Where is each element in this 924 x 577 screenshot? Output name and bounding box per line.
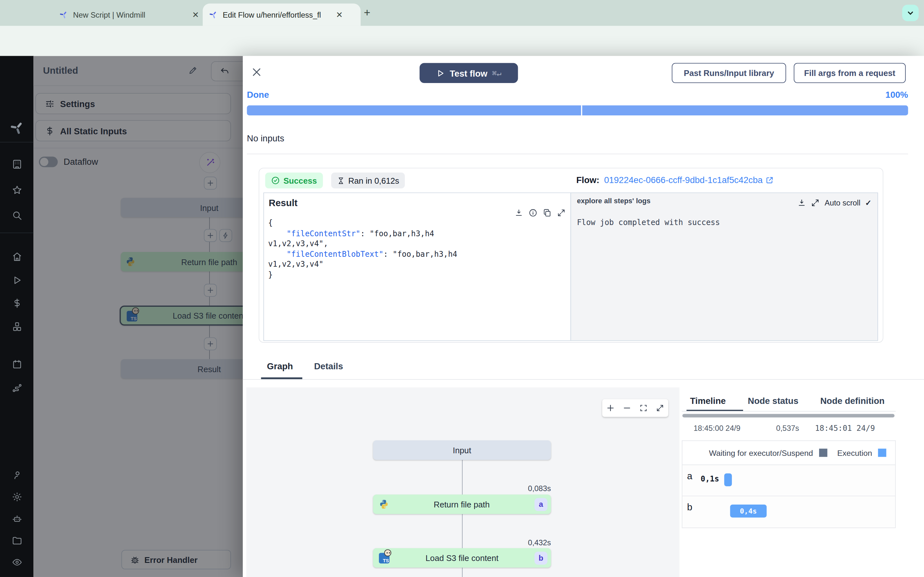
total-duration: 0,537s xyxy=(776,424,799,433)
browser-tab-strip: New Script | Windmill ✕ Edit Flow u/henr… xyxy=(0,0,924,26)
test-flow-drawer: Test flow ⌘↵ Past Runs/Input library Fil… xyxy=(243,56,924,577)
fill-args-button[interactable]: Fill args from a request xyxy=(794,63,906,83)
logs-pane: explore all steps' logs Auto scroll ✓ Fl… xyxy=(570,193,877,340)
result-toolbar xyxy=(514,208,565,218)
json-value: v1,v2,v3,v4" xyxy=(268,259,324,269)
tab-close-icon[interactable]: ✕ xyxy=(336,10,343,19)
section-divider xyxy=(247,153,908,154)
graph-node-input[interactable]: Input xyxy=(373,440,551,460)
sidebar-item-home[interactable] xyxy=(0,247,34,267)
play-icon xyxy=(436,69,445,77)
run-status-label: Done xyxy=(247,89,269,99)
windmill-favicon-icon xyxy=(59,10,68,19)
canvas-zoom-toolbar xyxy=(602,399,668,417)
progress-step-divider xyxy=(581,105,582,115)
test-flow-button[interactable]: Test flow ⌘↵ xyxy=(420,63,518,83)
timeline-legend: Waiting for executor/Suspend Execution xyxy=(682,441,895,465)
copy-icon[interactable] xyxy=(543,208,552,218)
active-tab-underline xyxy=(687,409,743,411)
chevron-down-icon xyxy=(906,9,915,17)
logs-header: explore all steps' logs xyxy=(577,197,650,205)
info-icon[interactable] xyxy=(529,208,538,218)
search-icon[interactable] xyxy=(0,205,34,226)
row-duration: 0,1s xyxy=(701,474,719,484)
sidebar-item-schedules[interactable] xyxy=(0,355,34,374)
past-runs-button[interactable]: Past Runs/Input library xyxy=(672,63,786,83)
auto-scroll-checkbox[interactable]: ✓ xyxy=(865,198,871,207)
check-circle-icon xyxy=(271,176,280,185)
zoom-out-icon[interactable] xyxy=(623,404,631,412)
tab-node-status[interactable]: Node status xyxy=(748,396,798,406)
sidebar-item-apps[interactable] xyxy=(0,154,34,174)
tab-details[interactable]: Details xyxy=(314,361,343,371)
node-label: Load S3 file content xyxy=(389,553,535,562)
sidebar-item-resources[interactable] xyxy=(0,317,34,337)
expand-icon[interactable] xyxy=(557,208,566,218)
flow-id-link[interactable]: 019224ec-0666-ccff-9dbd-1c1af5c42cba xyxy=(604,175,774,185)
gear-icon[interactable] xyxy=(0,487,34,507)
expand-icon[interactable] xyxy=(811,198,820,207)
fill-args-label: Fill args from a request xyxy=(804,68,895,77)
folder-icon[interactable] xyxy=(0,530,34,550)
tabs-divider xyxy=(243,379,924,380)
close-drawer-button[interactable] xyxy=(251,67,262,78)
tab-title: Edit Flow u/henri/effortless_fl xyxy=(223,10,329,19)
shortcut-hint: ⌘↵ xyxy=(492,69,501,77)
sidebar-item-runs[interactable] xyxy=(0,270,34,290)
sidebar-item-users[interactable] xyxy=(0,465,34,485)
fullscreen-icon[interactable] xyxy=(656,404,664,412)
step-duration: 0,432s xyxy=(492,538,551,547)
browser-tab-active[interactable]: Edit Flow u/henri/effortless_fl ✕ xyxy=(203,3,360,26)
result-json: { "fileContentStr": "foo,bar,h3,h4 v1,v2… xyxy=(268,218,567,280)
tab-timeline[interactable]: Timeline xyxy=(690,396,726,406)
browser-window: New Script | Windmill ✕ Edit Flow u/henr… xyxy=(0,0,924,577)
sidebar-divider xyxy=(0,232,34,233)
app-sidebar xyxy=(0,56,34,577)
result-title: Result xyxy=(269,198,298,208)
eye-icon[interactable] xyxy=(0,552,34,572)
legend-execution-label: Execution xyxy=(837,448,872,458)
new-tab-button[interactable]: + xyxy=(360,7,373,20)
timeline-scrollbar[interactable] xyxy=(682,414,895,417)
timeline-times: 18:45:00 24/9 0,537s 18:45:01 24/9 xyxy=(682,421,896,436)
sidebar-item-favorites[interactable] xyxy=(0,180,34,200)
node-label: Input xyxy=(453,445,471,455)
sidebar-item-flows[interactable] xyxy=(0,378,34,398)
sidebar-item-workers[interactable] xyxy=(0,509,34,529)
edge xyxy=(462,568,463,577)
step-id-badge: b xyxy=(535,551,548,564)
start-time: 18:45:00 24/9 xyxy=(694,424,740,433)
typescript-bun-icon: TS xyxy=(379,553,389,563)
log-line: Flow job completed with success xyxy=(577,218,720,227)
download-icon[interactable] xyxy=(798,198,806,207)
run-result-card: Success Ran in 0,612s Flow: 019224ec-066… xyxy=(258,168,883,342)
json-value: "foo,bar,h3,h4 xyxy=(370,229,434,238)
tab-node-definition[interactable]: Node definition xyxy=(821,396,885,406)
sidebar-item-variables[interactable] xyxy=(0,293,34,313)
timeline-rows: Waiting for executor/Suspend Execution a… xyxy=(682,440,896,528)
browser-tab-inactive[interactable]: New Script | Windmill ✕ xyxy=(53,3,212,26)
past-runs-label: Past Runs/Input library xyxy=(684,68,774,77)
modal-dim-overlay xyxy=(34,56,244,577)
zoom-in-icon[interactable] xyxy=(606,404,615,412)
fit-view-icon[interactable] xyxy=(640,404,648,412)
graph-node-b[interactable]: TS Load S3 file content b xyxy=(373,548,551,568)
json-value: v1,v2,v3,v4", xyxy=(268,239,328,248)
windmill-logo-icon[interactable] xyxy=(0,118,34,137)
flow-label: Flow: xyxy=(576,175,599,185)
auto-scroll-label: Auto scroll xyxy=(825,198,860,207)
external-link-icon xyxy=(766,176,774,184)
flow-graph-canvas[interactable]: Input 0,083s Return file path a 0,432s T… xyxy=(246,388,680,577)
flow-editor-panel: Untitled Settings All Static Inputs Data… xyxy=(34,56,244,577)
tab-close-icon[interactable]: ✕ xyxy=(192,10,199,19)
legend-waiting-swatch xyxy=(819,449,827,457)
row-id: a xyxy=(687,471,692,482)
graph-node-a[interactable]: Return file path a xyxy=(373,495,551,514)
progress-percent: 100% xyxy=(885,89,908,99)
tab-graph[interactable]: Graph xyxy=(267,361,293,371)
flow-id-row: Flow: 019224ec-0666-ccff-9dbd-1c1af5c42c… xyxy=(576,175,774,185)
tab-search-button[interactable] xyxy=(902,5,919,21)
json-key: "fileContentStr" xyxy=(286,229,360,238)
download-icon[interactable] xyxy=(514,208,523,218)
sidebar-divider xyxy=(0,142,34,143)
